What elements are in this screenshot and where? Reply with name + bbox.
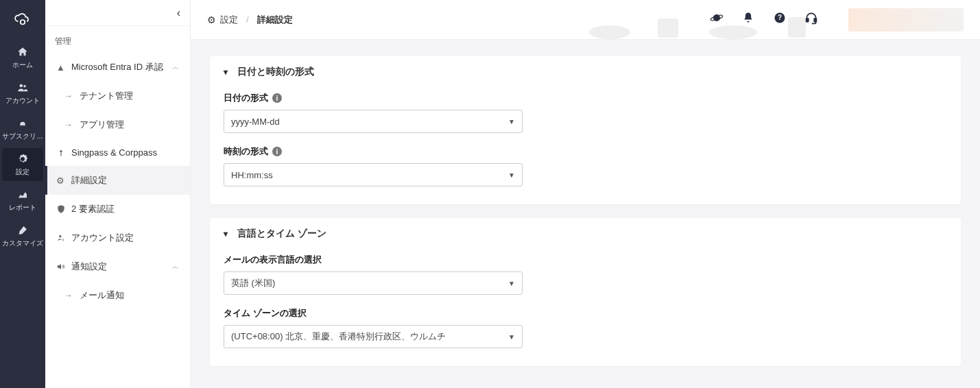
date-format-select[interactable]: yyyy-MM-dd ▼ xyxy=(224,110,523,133)
breadcrumb: ⚙ 設定 / 詳細設定 xyxy=(207,14,293,26)
chevron-down-icon: ▼ xyxy=(508,333,515,341)
select-value: yyyy-MM-dd xyxy=(231,117,280,127)
nav-subscription[interactable]: サブスクリ… xyxy=(2,112,43,145)
bell-icon[interactable] xyxy=(741,11,755,28)
sidebar-item-label: アプリ管理 xyxy=(80,119,124,131)
collapse-toggle-icon[interactable]: ▾ xyxy=(224,67,228,77)
select-value: 英語 (米国) xyxy=(231,277,275,289)
svg-point-3 xyxy=(60,149,62,152)
breadcrumb-sep: / xyxy=(246,14,249,25)
entra-icon: ▲ xyxy=(56,62,71,73)
nav-account[interactable]: アカウント xyxy=(2,77,43,110)
nav-customize[interactable]: カスタマイズ xyxy=(2,219,43,252)
headset-icon[interactable] xyxy=(804,11,818,28)
sidebar-item-label: テナント管理 xyxy=(80,90,133,102)
gear-icon: ⚙ xyxy=(207,14,216,25)
svg-rect-16 xyxy=(814,19,816,22)
sidebar-item-label: メール通知 xyxy=(80,289,124,302)
svg-point-1 xyxy=(20,84,23,87)
svg-rect-8 xyxy=(658,19,678,38)
svg-text:?: ? xyxy=(778,14,782,21)
card-title: 日付と時刻の形式 xyxy=(237,66,314,78)
card-locale: ▾ 言語とタイム ゾーン メールの表示言語の選択 英語 (米国) ▼ xyxy=(210,218,961,366)
sidebar-item-singpass[interactable]: Singpass & Corppass xyxy=(45,139,190,166)
breadcrumb-current: 詳細設定 xyxy=(257,14,293,26)
card-title: 言語とタイム ゾーン xyxy=(237,228,326,240)
sidebar-item-notify[interactable]: 通知設定 ︿ xyxy=(45,252,190,281)
sidebar-item-tenant[interactable]: → テナント管理 xyxy=(45,82,190,110)
language-select[interactable]: 英語 (米国) ▼ xyxy=(224,271,523,295)
user-menu[interactable] xyxy=(848,8,964,32)
primary-nav: ホーム アカウント サブスクリ… 設定 レポート カスタマイズ xyxy=(0,0,45,388)
sidebar-item-label: アカウント設定 xyxy=(71,232,134,244)
sidebar-item-label: 通知設定 xyxy=(71,260,107,273)
arrow-right-icon: → xyxy=(64,120,73,130)
user-icon xyxy=(56,148,71,158)
gear-icon: ⚙ xyxy=(56,175,71,186)
nav-label: アカウント xyxy=(5,96,40,106)
field-label: 日付の形式 xyxy=(224,92,268,104)
nav-home[interactable]: ホーム xyxy=(2,41,43,74)
user-settings-icon xyxy=(56,233,71,243)
svg-rect-4 xyxy=(60,152,61,156)
nav-report[interactable]: レポート xyxy=(2,184,43,217)
settings-sidebar: ‹ 管理 ▲ Microsoft Entra ID 承認 ︿ → テナント管理 … xyxy=(45,0,191,388)
svg-point-7 xyxy=(589,25,630,39)
svg-point-0 xyxy=(21,20,25,25)
nav-settings[interactable]: 設定 xyxy=(2,148,43,181)
arrow-right-icon: → xyxy=(64,91,73,101)
svg-point-2 xyxy=(23,84,26,87)
app-logo xyxy=(0,0,45,40)
planet-icon[interactable] xyxy=(710,11,724,28)
nav-label: 設定 xyxy=(16,167,29,177)
collapse-toggle-icon[interactable]: ▾ xyxy=(224,229,228,239)
field-label: 時刻の形式 xyxy=(224,145,268,158)
sidebar-item-mail[interactable]: → メール通知 xyxy=(45,281,190,310)
chevron-down-icon: ▼ xyxy=(508,280,515,287)
sidebar-item-app[interactable]: → アプリ管理 xyxy=(45,110,190,139)
sidebar-collapse-row: ‹ xyxy=(45,0,190,26)
breadcrumb-settings[interactable]: 設定 xyxy=(220,14,238,26)
collapse-sidebar-icon[interactable]: ‹ xyxy=(177,7,180,19)
select-value: HH:mm:ss xyxy=(231,170,273,180)
content: ▾ 日付と時刻の形式 日付の形式 i yyyy-MM-dd ▼ xyxy=(191,40,980,388)
shield-icon xyxy=(56,204,71,214)
nav-label: レポート xyxy=(9,203,36,213)
sidebar-item-label: Microsoft Entra ID 承認 xyxy=(71,61,163,73)
timezone-select[interactable]: (UTC+08:00) 北京、重慶、香港特別行政区、ウルムチ ▼ xyxy=(224,325,523,348)
field-label: メールの表示言語の選択 xyxy=(224,254,322,266)
svg-point-5 xyxy=(59,235,62,238)
nav-label: サブスクリ… xyxy=(2,132,43,141)
sidebar-item-label: 詳細設定 xyxy=(71,174,107,186)
sidebar-section-title: 管理 xyxy=(45,26,190,53)
card-datetime: ▾ 日付と時刻の形式 日付の形式 i yyyy-MM-dd ▼ xyxy=(210,56,961,204)
main: ⚙ 設定 / 詳細設定 ? xyxy=(191,0,980,388)
page-header: ⚙ 設定 / 詳細設定 ? xyxy=(191,0,980,40)
help-icon[interactable]: ? xyxy=(773,11,787,28)
sidebar-item-mfa[interactable]: 2 要素認証 xyxy=(45,195,190,223)
info-icon[interactable]: i xyxy=(272,147,282,156)
select-value: (UTC+08:00) 北京、重慶、香港特別行政区、ウルムチ xyxy=(231,330,446,343)
sidebar-item-advanced[interactable]: ⚙ 詳細設定 xyxy=(45,166,190,195)
sidebar-item-label: Singpass & Corppass xyxy=(71,147,157,158)
chevron-down-icon: ▼ xyxy=(508,171,515,179)
nav-label: ホーム xyxy=(12,60,33,70)
time-format-select[interactable]: HH:mm:ss ▼ xyxy=(224,163,523,186)
header-actions: ? xyxy=(710,8,964,32)
svg-point-6 xyxy=(62,239,64,241)
field-label: タイム ゾーンの選択 xyxy=(224,307,307,319)
chevron-up-icon: ︿ xyxy=(172,62,179,72)
sidebar-item-entra[interactable]: ▲ Microsoft Entra ID 承認 ︿ xyxy=(45,53,190,82)
info-icon[interactable]: i xyxy=(272,93,282,103)
arrow-right-icon: → xyxy=(64,291,73,300)
speaker-icon xyxy=(56,262,71,271)
sidebar-item-label: 2 要素認証 xyxy=(71,203,115,215)
sidebar-item-account[interactable]: アカウント設定 xyxy=(45,223,190,252)
nav-label: カスタマイズ xyxy=(2,239,43,248)
svg-rect-15 xyxy=(806,19,809,22)
chevron-down-icon: ▼ xyxy=(508,118,515,125)
chevron-up-icon: ︿ xyxy=(172,262,179,271)
